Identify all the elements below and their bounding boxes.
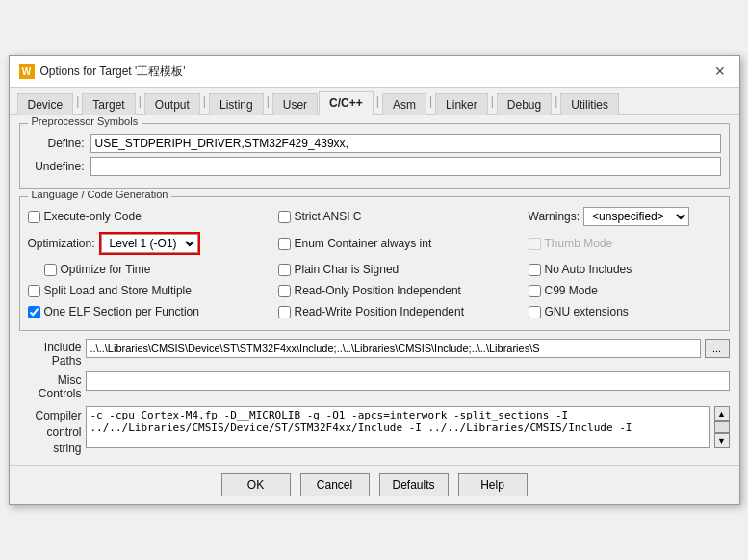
define-row: Define:	[28, 134, 721, 153]
undefine-input[interactable]	[90, 157, 721, 176]
title-bar-left: W Options for Target '工程模板'	[19, 64, 186, 80]
defaults-button[interactable]: Defaults	[379, 473, 449, 496]
help-button[interactable]: Help	[458, 473, 528, 496]
bottom-bar: OK Cancel Defaults Help	[10, 465, 739, 504]
preprocessor-group: Preprocessor Symbols Define: Undefine:	[19, 123, 730, 189]
no-auto-includes-checkbox[interactable]	[529, 264, 541, 276]
plain-char-row: Plain Char is Signed	[278, 261, 529, 278]
scroll-track	[714, 421, 730, 433]
close-button[interactable]: ✕	[710, 62, 730, 81]
include-paths-label: Include Paths	[19, 339, 82, 368]
readonly-pos-row: Read-Only Position Independent	[278, 282, 529, 299]
enum-container-label: Enum Container always int	[295, 237, 432, 250]
no-auto-includes-row: No Auto Includes	[529, 261, 632, 278]
gnu-extensions-row: GNU extensions	[529, 303, 629, 320]
optimize-time-row: Optimize for Time	[28, 261, 278, 278]
ok-button[interactable]: OK	[221, 473, 291, 496]
gnu-extensions-checkbox[interactable]	[529, 306, 541, 318]
scroll-down-button[interactable]: ▼	[714, 433, 730, 448]
readwrite-pos-row: Read-Write Position Independent	[278, 303, 529, 320]
tab-listing[interactable]: Listing	[209, 93, 264, 115]
enum-container-checkbox[interactable]	[278, 238, 291, 250]
options-dialog: W Options for Target '工程模板' ✕ Device | T…	[9, 55, 740, 504]
strict-ansi-checkbox[interactable]	[278, 211, 291, 223]
plain-char-checkbox[interactable]	[278, 264, 291, 276]
readonly-pos-label: Read-Only Position Independent	[295, 284, 461, 297]
optimization-select[interactable]: Level 0 (-O0) Level 1 (-O1) Level 2 (-O2…	[101, 234, 198, 253]
strict-ansi-row: Strict ANSI C	[278, 208, 529, 225]
one-elf-checkbox[interactable]	[28, 306, 40, 318]
include-paths-input[interactable]	[86, 339, 701, 358]
c99-mode-checkbox[interactable]	[529, 285, 541, 297]
enum-container-row: Enum Container always int	[278, 235, 529, 252]
language-group: Language / Code Generation Execute-only …	[19, 196, 730, 331]
undefine-row: Undefine:	[28, 157, 721, 176]
thumb-mode-checkbox[interactable]	[529, 238, 541, 250]
execute-only-label: Execute-only Code	[44, 210, 142, 223]
misc-controls-input[interactable]	[86, 371, 730, 391]
compiler-scrollbar: ▲ ▼	[714, 406, 730, 448]
thumb-mode-label: Thumb Mode	[545, 237, 613, 250]
preprocessor-content: Define: Undefine:	[28, 134, 721, 176]
warnings-row: Warnings: <unspecified> All Warnings No …	[529, 207, 690, 226]
execute-only-row: Execute-only Code	[28, 208, 278, 225]
tab-output[interactable]: Output	[144, 93, 200, 115]
preprocessor-title: Preprocessor Symbols	[28, 115, 142, 127]
content-area: Preprocessor Symbols Define: Undefine: L…	[10, 115, 739, 464]
warnings-label: Warnings:	[529, 210, 580, 223]
optimize-time-label: Optimize for Time	[61, 263, 151, 276]
strict-ansi-label: Strict ANSI C	[295, 210, 362, 223]
readonly-pos-checkbox[interactable]	[278, 285, 291, 297]
tab-device[interactable]: Device	[17, 93, 74, 115]
readwrite-pos-label: Read-Write Position Independent	[295, 305, 465, 318]
undefine-label: Undefine:	[28, 160, 90, 173]
plain-char-label: Plain Char is Signed	[295, 263, 400, 276]
tab-debug[interactable]: Debug	[497, 93, 552, 115]
optimization-label: Optimization:	[28, 237, 95, 250]
dialog-title: Options for Target '工程模板'	[40, 64, 186, 80]
tab-asm[interactable]: Asm	[382, 93, 426, 115]
language-content: Execute-only Code Strict ANSI C Warnings…	[28, 207, 721, 320]
compiler-row: Compiler control string ▲ ▼	[19, 406, 730, 456]
readwrite-pos-checkbox[interactable]	[278, 306, 291, 318]
gnu-extensions-label: GNU extensions	[545, 305, 629, 318]
define-input[interactable]	[90, 134, 721, 153]
tab-user[interactable]: User	[272, 93, 318, 115]
c99-mode-row: C99 Mode	[529, 282, 598, 299]
title-bar: W Options for Target '工程模板' ✕	[10, 56, 739, 88]
tab-linker[interactable]: Linker	[435, 93, 488, 115]
compiler-textarea[interactable]	[86, 406, 710, 448]
language-title: Language / Code Generation	[28, 189, 172, 200]
include-paths-row: Include Paths ...	[19, 339, 730, 368]
define-label: Define:	[28, 137, 90, 150]
optimization-select-container: Level 0 (-O0) Level 1 (-O1) Level 2 (-O2…	[99, 232, 200, 255]
tab-target[interactable]: Target	[82, 93, 135, 115]
cancel-button[interactable]: Cancel	[300, 473, 370, 496]
app-icon: W	[19, 64, 35, 79]
optimize-time-checkbox[interactable]	[44, 264, 57, 276]
optimization-row: Optimization: Level 0 (-O0) Level 1 (-O1…	[28, 230, 278, 257]
warnings-select[interactable]: <unspecified> All Warnings No Warnings	[583, 207, 689, 226]
misc-controls-label: Misc Controls	[19, 371, 82, 400]
one-elf-row: One ELF Section per Function	[28, 303, 278, 320]
execute-only-checkbox[interactable]	[28, 211, 40, 223]
tabs-bar: Device | Target | Output | Listing | Use…	[10, 88, 739, 115]
scroll-up-button[interactable]: ▲	[714, 406, 730, 421]
one-elf-label: One ELF Section per Function	[44, 305, 199, 318]
include-paths-button[interactable]: ...	[705, 339, 730, 358]
c99-mode-label: C99 Mode	[545, 284, 598, 297]
misc-controls-row: Misc Controls	[19, 371, 730, 400]
split-load-row: Split Load and Store Multiple	[28, 282, 278, 299]
tab-cpp[interactable]: C/C++	[319, 91, 374, 115]
compiler-label: Compiler control string	[19, 406, 82, 456]
tab-utilities[interactable]: Utilities	[560, 93, 619, 115]
split-load-checkbox[interactable]	[28, 285, 40, 297]
no-auto-includes-label: No Auto Includes	[545, 263, 632, 276]
thumb-mode-row: Thumb Mode	[529, 235, 613, 252]
split-load-label: Split Load and Store Multiple	[44, 284, 192, 297]
paths-section: Include Paths ... Misc Controls	[19, 339, 730, 400]
